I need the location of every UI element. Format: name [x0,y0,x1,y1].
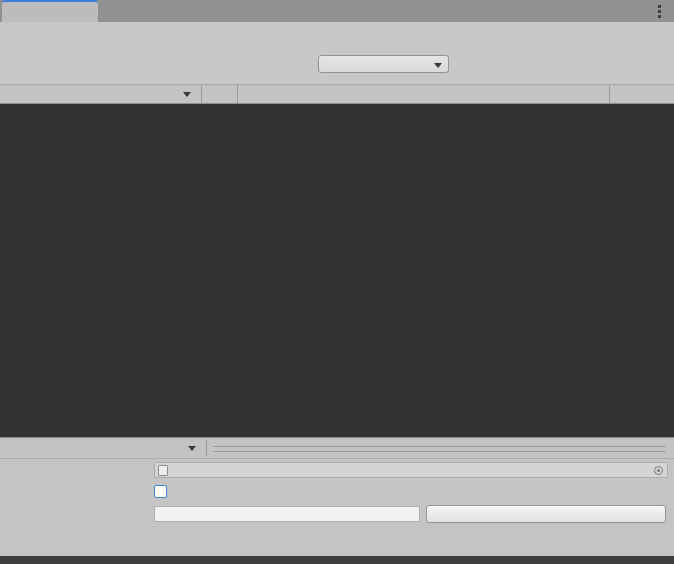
tile-palette-window [0,0,674,564]
chevron-down-icon [434,63,442,68]
edit-button[interactable] [202,85,238,103]
chevron-down-icon [183,92,191,97]
tile-palette-grid[interactable] [0,104,674,437]
window-bottom-strip [0,556,674,564]
z-position-input[interactable] [154,506,420,522]
tab-tile-palette[interactable] [2,0,98,22]
active-tilemap-dropdown[interactable] [318,55,449,73]
tab-bar [0,0,674,22]
gizmos-button[interactable] [609,85,674,103]
brush-bar [0,437,674,459]
script-object-field [154,462,668,478]
palette-bar-spacer [238,85,609,103]
grip-line [213,451,666,452]
object-picker-icon[interactable] [654,466,663,475]
separator [206,440,207,456]
brush-inspector [0,459,674,556]
grip-line [213,446,666,447]
csharp-script-icon [158,465,168,476]
kebab-menu-icon[interactable] [658,5,661,20]
palette-dropdown[interactable] [0,85,202,103]
can-change-z-checkbox[interactable] [154,485,167,498]
chevron-down-icon [188,446,196,451]
palette-bar [0,84,674,104]
reset-button[interactable] [426,505,666,523]
